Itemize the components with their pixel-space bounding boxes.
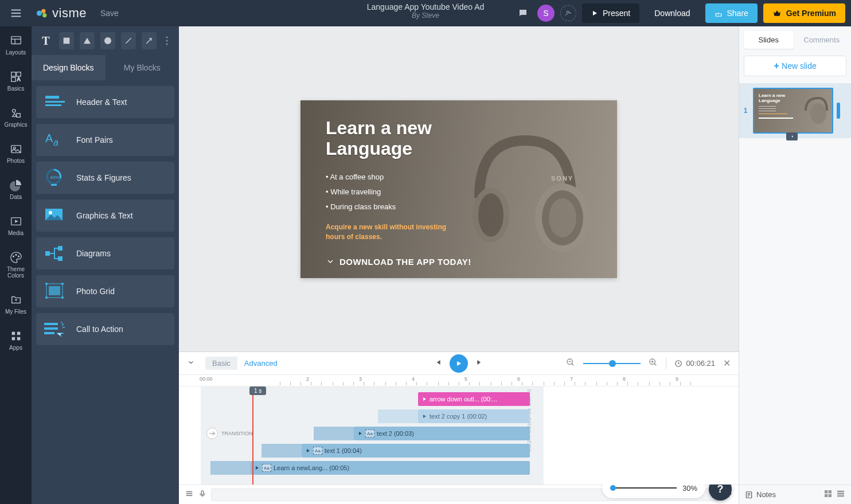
svg-point-34 xyxy=(166,37,168,38)
save-button[interactable]: Save xyxy=(100,9,119,18)
svg-point-23 xyxy=(18,256,19,257)
svg-line-66 xyxy=(572,364,573,365)
circle-tool[interactable] xyxy=(100,32,115,49)
svg-point-16 xyxy=(12,110,15,113)
graphics-icon xyxy=(10,107,22,119)
rail-layouts[interactable]: Layouts xyxy=(0,32,32,58)
media-icon xyxy=(10,215,22,228)
more-tools-button[interactable] xyxy=(162,36,172,45)
share-button[interactable]: Share xyxy=(705,3,758,23)
user-avatar[interactable]: S xyxy=(537,5,555,22)
rail-photos[interactable]: Photos xyxy=(0,140,32,166)
microphone-button[interactable] xyxy=(198,490,206,500)
timeline-track[interactable]: AaLearn a newLang... (00:05) xyxy=(251,461,530,475)
play-button[interactable] xyxy=(450,354,468,373)
download-button[interactable]: Download xyxy=(645,3,699,23)
tab-my-blocks[interactable]: My Blocks xyxy=(106,55,179,80)
clock-icon xyxy=(674,360,682,368)
slide-canvas[interactable]: SONY Learn a newLanguage • At a coffee s… xyxy=(300,100,617,278)
right-panel-footer: Notes xyxy=(739,485,851,504)
timeline-track[interactable]: Aatext 2 (00:03) xyxy=(354,427,530,440)
block-call-to-action[interactable]: Call to Action xyxy=(36,313,174,345)
present-button[interactable]: Present xyxy=(582,3,639,23)
line-tool[interactable] xyxy=(121,32,136,49)
document-title[interactable]: Language App Youtube Video Ad xyxy=(367,2,485,11)
timeline-zoom-in[interactable] xyxy=(649,358,658,369)
timeline-close-button[interactable]: ✕ xyxy=(723,358,731,369)
slide-transition-badge[interactable] xyxy=(786,132,798,140)
slide-cta[interactable]: DOWNLOAD THE APP TODAY! xyxy=(326,257,471,267)
add-collaborator-button[interactable] xyxy=(560,5,576,21)
text-tool[interactable]: T xyxy=(38,32,53,49)
timeline-ruler[interactable]: 00:00 23456789 xyxy=(179,375,739,386)
rail-graphics[interactable]: Graphics xyxy=(0,104,32,130)
timeline-zoom-slider[interactable] xyxy=(583,363,641,364)
rail-apps[interactable]: Apps xyxy=(0,327,32,353)
rail-basics[interactable]: ABasics xyxy=(0,68,32,94)
block-graphics-text[interactable]: Graphics & Text xyxy=(36,200,174,232)
rectangle-tool[interactable] xyxy=(59,32,74,49)
svg-rect-37 xyxy=(45,96,59,99)
canvas-area: SONY Learn a newLanguage • At a coffee s… xyxy=(179,26,739,504)
block-diagrams[interactable]: Diagrams xyxy=(36,237,174,269)
zoom-slider[interactable] xyxy=(610,487,677,489)
data-icon xyxy=(10,179,22,192)
timeline-tracks-area[interactable]: 1 s TRANSITION SLIDE 01 ENDS HERE arrow … xyxy=(179,386,739,485)
slide-bullets[interactable]: • At a coffee shop • While travelling • … xyxy=(326,170,471,214)
arrow-tool[interactable] xyxy=(142,32,157,49)
svg-point-36 xyxy=(166,44,168,45)
svg-rect-84 xyxy=(825,494,827,497)
block-stats-figures[interactable]: 40%Stats & Figures xyxy=(36,162,174,194)
transition-marker[interactable]: TRANSITION xyxy=(206,428,253,439)
skip-back-button[interactable] xyxy=(434,358,442,369)
skip-forward-button[interactable] xyxy=(476,358,484,369)
new-slide-button[interactable]: + New slide xyxy=(744,56,846,76)
canvas-stage[interactable]: SONY Learn a newLanguage • At a coffee s… xyxy=(179,26,739,351)
chat-icon[interactable] xyxy=(514,5,532,22)
tab-slides[interactable]: Slides xyxy=(744,31,794,49)
rail-data[interactable]: Data xyxy=(0,177,32,202)
logo[interactable]: visme xyxy=(36,6,87,21)
list-view-button[interactable] xyxy=(836,489,845,501)
slide-thumbnail-row[interactable]: 1 Learn a new Language xyxy=(739,83,851,138)
timeline-track[interactable]: arrow down outl... (00:... xyxy=(418,392,530,406)
svg-point-4 xyxy=(41,9,45,13)
block-photo-grid[interactable]: Photo Grid xyxy=(36,275,174,307)
rail-theme-colors[interactable]: Theme Colors xyxy=(0,249,32,281)
svg-point-31 xyxy=(104,37,111,44)
zoom-value: 30% xyxy=(682,484,697,493)
block-header-text[interactable]: Header & Text xyxy=(36,86,174,118)
mode-basic[interactable]: Basic xyxy=(205,357,237,370)
playhead-label[interactable]: 1 s xyxy=(249,386,266,395)
svg-point-54 xyxy=(45,296,48,299)
timeline-track[interactable]: text 2 copy 1 (00:02) xyxy=(418,409,530,423)
triangle-tool[interactable] xyxy=(80,32,95,49)
palette-icon xyxy=(10,251,22,264)
rail-media[interactable]: Media xyxy=(0,213,32,239)
tab-design-blocks[interactable]: Design Blocks xyxy=(32,55,106,80)
rail-my-files[interactable]: My Files xyxy=(0,291,32,317)
svg-point-46 xyxy=(49,211,52,214)
svg-rect-12 xyxy=(11,72,15,76)
slide-headline[interactable]: Learn a newLanguage xyxy=(326,118,471,160)
timeline-zoom-out[interactable] xyxy=(566,358,575,369)
mode-advanced[interactable]: Advanced xyxy=(237,357,284,370)
cta-icon xyxy=(44,318,66,340)
block-font-pairs[interactable]: AaFont Pairs xyxy=(36,124,174,156)
notes-button[interactable]: Notes xyxy=(745,490,776,499)
svg-rect-47 xyxy=(45,251,50,256)
svg-rect-49 xyxy=(58,256,63,261)
svg-rect-29 xyxy=(17,337,20,341)
svg-rect-57 xyxy=(44,327,58,330)
grid-view-button[interactable] xyxy=(823,489,833,501)
timeline-collapse-button[interactable] xyxy=(187,358,195,369)
slide-thumbnail[interactable]: Learn a new Language xyxy=(753,88,833,134)
sidebar: T Design Blocks My Blocks Header & Text … xyxy=(32,26,179,504)
timeline-track[interactable]: Aatext 1 (00:04) xyxy=(302,444,530,458)
get-premium-button[interactable]: Get Premium xyxy=(763,3,845,23)
tab-comments[interactable]: Comments xyxy=(797,31,847,49)
playhead[interactable] xyxy=(252,386,253,485)
hamburger-menu-button[interactable] xyxy=(0,0,32,26)
slide-subtext[interactable]: Acquire a new skill without investing ho… xyxy=(326,222,463,242)
timeline-menu-button[interactable] xyxy=(185,489,194,501)
